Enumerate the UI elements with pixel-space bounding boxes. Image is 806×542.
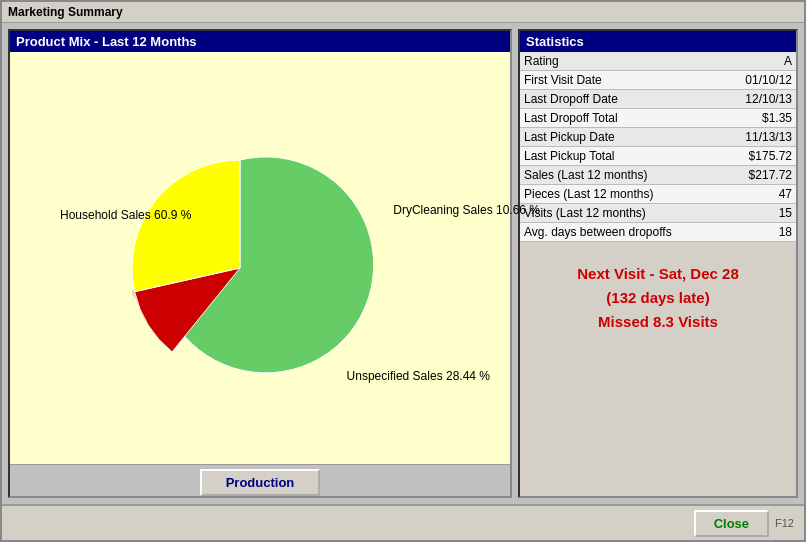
stat-label: Last Pickup Date [520,128,724,147]
stat-value: 12/10/13 [724,90,796,109]
stat-label: Last Pickup Total [520,147,724,166]
production-tab[interactable]: Production [200,469,321,496]
table-row: Visits (Last 12 months)15 [520,204,796,223]
stat-value: A [724,52,796,71]
stat-value: $217.72 [724,166,796,185]
alert-line2: (132 days late) [530,286,786,310]
alert-text: Next Visit - Sat, Dec 28 (132 days late)… [520,252,796,344]
stat-value: $175.72 [724,147,796,166]
main-content: Product Mix - Last 12 Months [2,23,804,504]
left-panel-header: Product Mix - Last 12 Months [10,31,510,52]
table-row: RatingA [520,52,796,71]
stat-value: 11/13/13 [724,128,796,147]
pie-chart [110,128,370,328]
stat-value: 01/10/12 [724,71,796,90]
stat-value: 15 [724,204,796,223]
stat-label: Rating [520,52,724,71]
stat-label: Pieces (Last 12 months) [520,185,724,204]
alert-line3: Missed 8.3 Visits [530,310,786,334]
unspecified-label: Unspecified Sales 28.44 % [347,369,490,383]
alert-line1: Next Visit - Sat, Dec 28 [530,262,786,286]
table-row: Last Dropoff Date12/10/13 [520,90,796,109]
bottom-bar: Close F12 [2,504,804,540]
stat-value: $1.35 [724,109,796,128]
stat-label: Avg. days between dropoffs [520,223,724,242]
table-row: First Visit Date01/10/12 [520,71,796,90]
stats-table: RatingAFirst Visit Date01/10/12Last Drop… [520,52,796,242]
title-bar: Marketing Summary [2,2,804,23]
marketing-summary-window: Marketing Summary Product Mix - Last 12 … [0,0,806,542]
table-row: Avg. days between dropoffs18 [520,223,796,242]
household-label: Household Sales 60.9 % [60,208,191,222]
left-panel: Product Mix - Last 12 Months [8,29,512,498]
stat-value: 47 [724,185,796,204]
right-panel: Statistics RatingAFirst Visit Date01/10/… [518,29,798,498]
table-row: Last Pickup Date11/13/13 [520,128,796,147]
stat-label: First Visit Date [520,71,724,90]
stat-label: Last Dropoff Date [520,90,724,109]
right-panel-header: Statistics [520,31,796,52]
table-row: Sales (Last 12 months)$217.72 [520,166,796,185]
window-title: Marketing Summary [8,5,123,19]
pie-chart-container: Household Sales 60.9 % DryCleaning Sales… [110,128,410,388]
table-row: Last Dropoff Total$1.35 [520,109,796,128]
stat-label: Sales (Last 12 months) [520,166,724,185]
table-row: Last Pickup Total$175.72 [520,147,796,166]
table-row: Pieces (Last 12 months)47 [520,185,796,204]
stat-label: Last Dropoff Total [520,109,724,128]
chart-area: Household Sales 60.9 % DryCleaning Sales… [10,52,510,464]
stat-label: Visits (Last 12 months) [520,204,724,223]
close-button[interactable]: Close [694,510,769,537]
drycleaning-label: DryCleaning Sales 10.66 % [393,203,540,217]
tab-area: Production [10,464,510,496]
f12-shortcut: F12 [775,517,794,529]
stat-value: 18 [724,223,796,242]
